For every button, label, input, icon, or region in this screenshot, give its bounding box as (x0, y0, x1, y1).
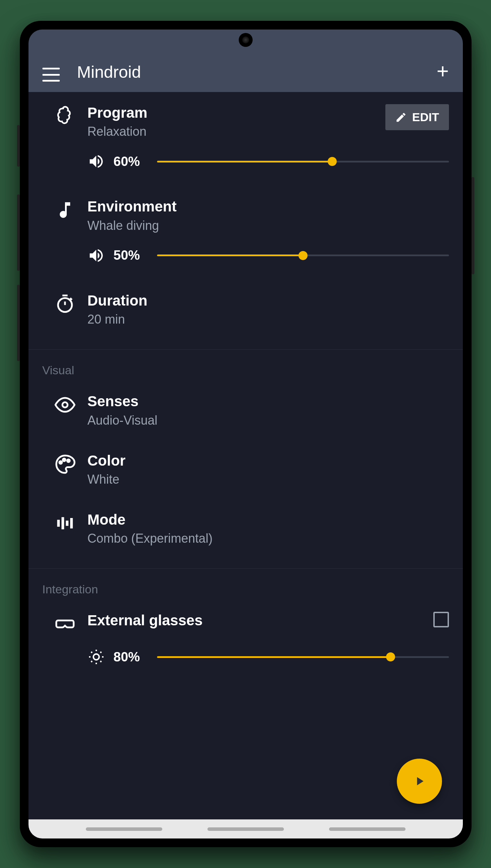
side-button (17, 285, 20, 361)
eye-icon (55, 394, 75, 415)
svg-rect-5 (57, 520, 60, 527)
integration-section-header: Integration (28, 569, 463, 600)
environment-row[interactable]: Environment Whale diving (28, 186, 463, 233)
senses-row[interactable]: Senses Audio-Visual (28, 381, 463, 440)
glasses-row[interactable]: External glasses (28, 600, 463, 634)
duration-value: 20 min (88, 312, 449, 327)
brightness-icon (88, 648, 105, 666)
color-label: Color (88, 452, 449, 469)
svg-point-4 (67, 459, 70, 462)
svg-point-2 (59, 461, 62, 464)
nav-pill[interactable] (207, 827, 284, 831)
side-button (472, 177, 474, 274)
mode-value: Combo (Experimental) (88, 531, 449, 546)
side-button (17, 125, 20, 167)
mode-label: Mode (88, 511, 449, 528)
program-row[interactable]: Program Relaxation EDIT (28, 92, 463, 139)
glasses-brightness-value: 80% (114, 650, 148, 665)
environment-volume-slider[interactable] (157, 249, 449, 262)
svg-point-3 (63, 458, 65, 461)
color-row[interactable]: Color White (28, 440, 463, 499)
music-note-icon (55, 200, 75, 220)
svg-rect-6 (62, 517, 64, 529)
play-icon (412, 774, 426, 788)
glasses-brightness-row: 80% (28, 634, 463, 693)
nav-pill[interactable] (329, 827, 406, 831)
screen: Mindroid + Program Relaxation (28, 30, 463, 838)
palette-icon (55, 454, 75, 475)
duration-label: Duration (88, 292, 449, 309)
phone-frame: Mindroid + Program Relaxation (20, 21, 472, 847)
program-value: Relaxation (88, 124, 386, 139)
front-camera (239, 33, 253, 47)
add-button[interactable]: + (436, 61, 449, 82)
svg-rect-7 (66, 520, 68, 526)
android-nav-bar (28, 819, 463, 838)
play-fab[interactable] (397, 759, 442, 804)
edit-button[interactable]: EDIT (385, 104, 449, 130)
svg-rect-8 (70, 518, 73, 528)
brain-icon (55, 106, 75, 127)
bars-icon (55, 513, 75, 534)
goggles-icon (55, 614, 75, 634)
environment-volume-value: 50% (114, 248, 148, 263)
volume-icon (88, 247, 105, 264)
pencil-icon (395, 111, 407, 123)
program-volume-slider[interactable] (157, 155, 449, 168)
app-title: Mindroid (77, 62, 437, 82)
content-scroll[interactable]: Program Relaxation EDIT 60% (28, 92, 463, 838)
glasses-checkbox[interactable] (433, 612, 449, 627)
nav-pill[interactable] (86, 827, 162, 831)
side-button (17, 194, 20, 271)
duration-row[interactable]: Duration 20 min (28, 280, 463, 342)
svg-point-1 (62, 402, 67, 408)
environment-volume-row: 50% (28, 233, 463, 280)
environment-value: Whale diving (88, 218, 449, 233)
menu-icon[interactable] (42, 68, 60, 82)
glasses-label: External glasses (88, 612, 433, 629)
senses-value: Audio-Visual (88, 413, 449, 428)
visual-section-header: Visual (28, 350, 463, 381)
stopwatch-icon (55, 294, 75, 315)
color-value: White (88, 472, 449, 487)
svg-point-9 (93, 654, 99, 660)
volume-icon (88, 153, 105, 170)
senses-label: Senses (88, 393, 449, 410)
mode-row[interactable]: Mode Combo (Experimental) (28, 499, 463, 561)
program-volume-row: 60% (28, 139, 463, 186)
glasses-brightness-slider[interactable] (157, 650, 449, 664)
program-label: Program (88, 104, 386, 122)
program-volume-value: 60% (114, 154, 148, 169)
environment-label: Environment (88, 198, 449, 215)
